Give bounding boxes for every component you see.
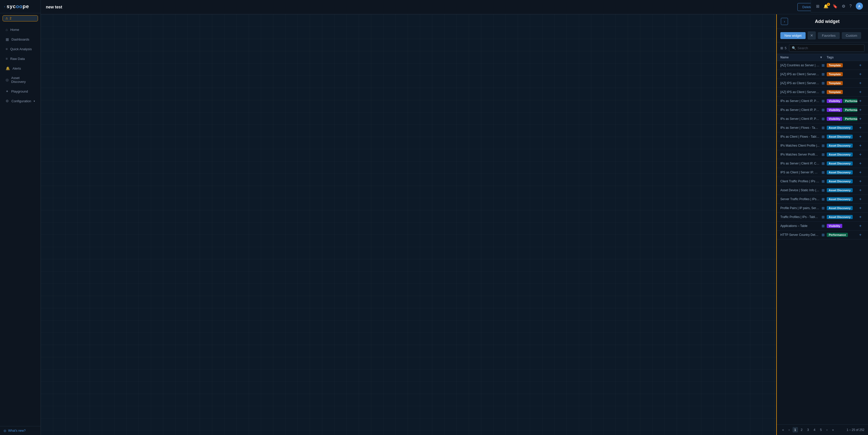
page-3-btn[interactable]: 3 bbox=[805, 427, 811, 432]
table-row[interactable]: Profile Pairs | IP pairs, Server... ⊞ As… bbox=[777, 204, 868, 213]
table-row[interactable]: [AZ] IPS as Client | Server IP... ⊞ Temp… bbox=[777, 79, 868, 88]
notification-icon[interactable]: 🔔 1 bbox=[824, 4, 829, 9]
col-filter-icon[interactable]: ▼ bbox=[819, 56, 827, 59]
table-row[interactable]: Client Traffic Profiles | IPs - Tabl... … bbox=[777, 177, 868, 186]
table-row[interactable]: IPs as Server | Flows - Table [AD] ⊞ Ass… bbox=[777, 123, 868, 132]
row-name: Traffic Profiles | IPs - Table [AD] bbox=[780, 215, 819, 219]
tab-custom[interactable]: Custom bbox=[842, 32, 861, 39]
add-widget-button[interactable]: + bbox=[857, 62, 863, 68]
table-row[interactable]: Asset Device | Static Info (use in... ⊞ … bbox=[777, 186, 868, 195]
sidebar-item-dashboards[interactable]: ▦ Dashboards bbox=[2, 35, 39, 44]
add-widget-button[interactable]: + bbox=[857, 196, 863, 202]
global-header: ⊞ 🔔 1 🔖 ⚙ ? A bbox=[811, 0, 868, 12]
add-widget-button[interactable]: + bbox=[857, 80, 863, 86]
page-first-btn[interactable]: « bbox=[780, 427, 786, 432]
add-widget-button[interactable]: + bbox=[857, 169, 863, 175]
add-widget-button[interactable]: + bbox=[857, 151, 863, 157]
table-row[interactable]: IPS as Client | Server IP, Server... ⊞ A… bbox=[777, 168, 868, 177]
add-widget-button[interactable]: + bbox=[857, 107, 863, 113]
sidebar-item-label: Alerts bbox=[12, 66, 21, 70]
page-next-btn[interactable]: › bbox=[825, 427, 829, 432]
table-row[interactable]: IPs Matches Client Profile |... ⊞ Asset … bbox=[777, 141, 868, 150]
bookmark-icon[interactable]: 🔖 bbox=[833, 4, 838, 9]
table-row[interactable]: IPs as Server | Client IP, Protocol... ⊞… bbox=[777, 115, 868, 123]
page-range: 1 – 25 of 252 bbox=[846, 428, 864, 432]
add-widget-button[interactable]: + bbox=[857, 178, 863, 184]
settings-icon[interactable]: ⚙ bbox=[842, 4, 845, 9]
tag-performance: Performance bbox=[843, 117, 857, 121]
page-5-btn[interactable]: 5 bbox=[818, 427, 824, 432]
avatar[interactable]: A bbox=[856, 3, 863, 10]
panel-tabs: New widget ✕ Favorites Custom bbox=[777, 29, 868, 42]
table-row[interactable]: Applications – Table ⊞ Visibility + bbox=[777, 222, 868, 231]
dashboard-grid[interactable] bbox=[41, 14, 776, 435]
sidebar-logo[interactable]: ‹ sycoope bbox=[0, 0, 40, 13]
add-widget-button[interactable]: + bbox=[857, 71, 863, 77]
row-grid-icon: ⊞ bbox=[819, 99, 827, 103]
table-row[interactable]: IPs as Server | Client IP, Protocol... ⊞… bbox=[777, 97, 868, 106]
table-row[interactable]: [AZ] IPS as Client | Server IP... ⊞ Temp… bbox=[777, 70, 868, 79]
table-row[interactable]: [AZ] Countries as Server | Serve... ⊞ Te… bbox=[777, 61, 868, 70]
row-tags: Performance bbox=[827, 233, 857, 237]
pagination: « ‹ 1 2 3 4 5 › » 1 – 25 of 252 bbox=[777, 424, 868, 435]
panel-toggle-button[interactable]: › bbox=[781, 18, 788, 25]
add-widget-button[interactable]: + bbox=[857, 143, 863, 149]
row-tags: VisibilityPerformance bbox=[827, 117, 857, 121]
page-2-btn[interactable]: 2 bbox=[799, 427, 804, 432]
sidebar-item-asset-discovery[interactable]: ◎ Asset Discovery bbox=[2, 74, 39, 86]
alert-badge[interactable]: ⚠ 2 bbox=[3, 15, 38, 22]
add-widget-button[interactable]: + bbox=[857, 125, 863, 131]
table-row[interactable]: IPs Matches Server Profile |... ⊞ Asset … bbox=[777, 150, 868, 159]
sidebar-item-configuration[interactable]: ⚙ Configuration ▾ bbox=[2, 97, 39, 105]
page-1-btn[interactable]: 1 bbox=[793, 427, 798, 432]
row-tags: Asset Discovery bbox=[827, 215, 857, 219]
row-tags: VisibilityPerformance bbox=[827, 99, 857, 103]
table-row[interactable]: IPs as Server | Client IP, Protocol... ⊞… bbox=[777, 106, 868, 115]
table-row[interactable]: IPs as Client | Flows - Table [AD] ⊞ Ass… bbox=[777, 132, 868, 141]
tag-performance: Performance bbox=[827, 233, 848, 237]
close-tab-icon[interactable]: ✕ bbox=[808, 31, 816, 39]
apps-icon[interactable]: ⊞ bbox=[816, 4, 819, 9]
add-widget-button[interactable]: + bbox=[857, 232, 863, 238]
tab-favorites[interactable]: Favorites bbox=[818, 32, 839, 39]
help-icon[interactable]: ? bbox=[849, 4, 852, 8]
whats-new-label: What's new? bbox=[8, 429, 26, 432]
sidebar-item-alerts[interactable]: 🔔 Alerts bbox=[2, 64, 39, 73]
row-grid-icon: ⊞ bbox=[819, 233, 827, 237]
add-widget-button[interactable]: + bbox=[857, 89, 863, 95]
sidebar-item-raw-data[interactable]: ≡ Raw Data bbox=[2, 54, 39, 63]
table-row[interactable]: HTTP Server Country Details ⊞ Performanc… bbox=[777, 231, 868, 239]
col-tags: Tags bbox=[827, 56, 857, 59]
table-row[interactable]: Traffic Profiles | IPs - Table [AD] ⊞ As… bbox=[777, 213, 868, 222]
page-prev-btn[interactable]: ‹ bbox=[787, 427, 791, 432]
row-tags: Asset Discovery bbox=[827, 197, 857, 201]
tab-new-widget[interactable]: New widget bbox=[780, 32, 806, 39]
tag-asset-discovery: Asset Discovery bbox=[827, 170, 853, 174]
search-box[interactable]: 🔍 bbox=[789, 45, 864, 52]
table-row[interactable]: IPs as Server | Client IP, Client... ⊞ A… bbox=[777, 159, 868, 168]
sidebar-item-label: Home bbox=[10, 28, 19, 32]
sidebar-item-label: Dashboards bbox=[11, 37, 29, 41]
whats-new-link[interactable]: ◎ What's new? bbox=[4, 429, 37, 432]
notification-badge: 1 bbox=[827, 3, 830, 6]
add-widget-button[interactable]: + bbox=[857, 161, 863, 167]
add-widget-button[interactable]: + bbox=[857, 214, 863, 220]
row-grid-icon: ⊞ bbox=[819, 152, 827, 156]
row-grid-icon: ⊞ bbox=[819, 206, 827, 210]
sidebar-item-quick-analysis[interactable]: ≡ Quick Analysis bbox=[2, 45, 39, 53]
add-widget-button[interactable]: + bbox=[857, 98, 863, 104]
page-last-btn[interactable]: » bbox=[830, 427, 836, 432]
sidebar-item-home[interactable]: ⌂ Home bbox=[2, 25, 39, 34]
add-widget-button[interactable]: + bbox=[857, 205, 863, 211]
table-row[interactable]: Server Traffic Profiles | IPs - Tabl... … bbox=[777, 195, 868, 204]
add-widget-button[interactable]: + bbox=[857, 116, 863, 122]
topbar: new test Delete dashboard Preferences bbox=[41, 0, 868, 14]
tag-asset-discovery: Asset Discovery bbox=[827, 179, 853, 183]
add-widget-button[interactable]: + bbox=[857, 187, 863, 193]
add-widget-button[interactable]: + bbox=[857, 134, 863, 140]
search-input[interactable] bbox=[798, 46, 862, 50]
table-row[interactable]: [AZ] IPS as Client | Server IP... ⊞ Temp… bbox=[777, 88, 868, 97]
add-widget-button[interactable]: + bbox=[857, 223, 863, 229]
sidebar-item-playground[interactable]: ✦ Playground bbox=[2, 87, 39, 96]
page-4-btn[interactable]: 4 bbox=[812, 427, 817, 432]
